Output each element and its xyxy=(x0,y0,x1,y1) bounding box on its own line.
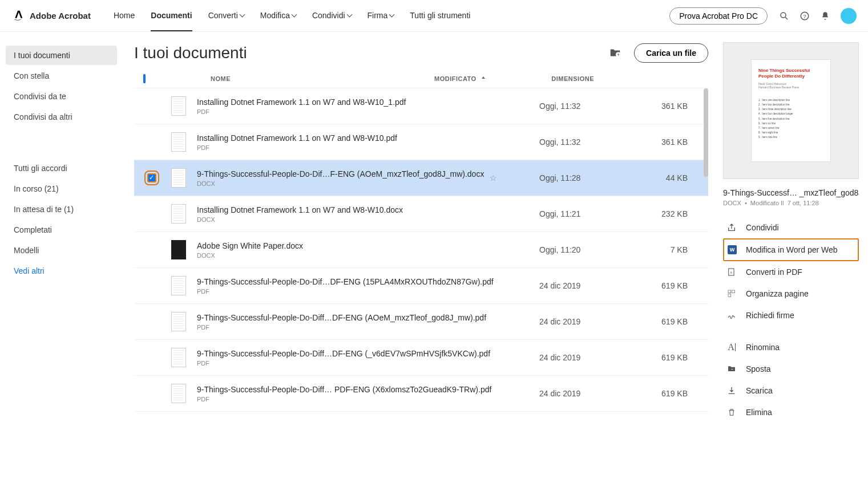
action-delete[interactable]: Elimina xyxy=(723,401,859,423)
notifications-icon[interactable] xyxy=(820,11,830,21)
file-modified: 24 dic 2019 xyxy=(539,353,642,362)
trash-icon xyxy=(726,407,737,417)
action-download[interactable]: Scarica xyxy=(723,380,859,401)
file-modified: 24 dic 2019 xyxy=(539,317,642,326)
file-modified: Oggi, 11:21 xyxy=(539,209,642,218)
sidebar-starred[interactable]: Con stella xyxy=(6,66,117,86)
acrobat-logo-icon xyxy=(11,10,24,22)
file-type: DOCX xyxy=(197,216,403,223)
sidebar-shared-by-you[interactable]: Condivisi da te xyxy=(6,87,117,106)
chevron-down-icon xyxy=(240,11,244,20)
help-icon[interactable]: ? xyxy=(800,11,810,21)
organize-pages-icon xyxy=(726,289,737,299)
file-modified: Oggi, 11:20 xyxy=(539,245,642,254)
word-icon: W xyxy=(728,245,737,254)
svg-text:+: + xyxy=(617,52,620,58)
move-icon xyxy=(726,364,737,374)
file-type: PDF xyxy=(197,324,486,331)
nav-home[interactable]: Home xyxy=(114,0,135,31)
nav-all-tools[interactable]: Tutti gli strumenti xyxy=(410,0,470,31)
table-row[interactable]: 9-Things-Successful-People-Do-Dif…F-ENG … xyxy=(134,160,708,196)
action-convert-pdf[interactable]: A Converti in PDF xyxy=(723,261,859,283)
select-all-indeterminate-checkbox[interactable] xyxy=(143,74,146,83)
file-name: Installing Dotnet Framework 1.1 on W7 an… xyxy=(197,98,406,107)
file-table: Installing Dotnet Framework 1.1 on W7 an… xyxy=(134,88,708,412)
svg-text:?: ? xyxy=(803,13,806,19)
sidebar-your-documents[interactable]: I tuoi documenti xyxy=(6,46,117,65)
details-file-meta: DOCX • Modificato Il 7 ott, 11:28 xyxy=(723,200,859,206)
file-thumbnail xyxy=(171,240,186,259)
download-icon xyxy=(726,385,737,396)
sidebar-shared-by-others[interactable]: Condivisi da altri xyxy=(6,107,117,127)
nav-convert[interactable]: Converti xyxy=(208,0,244,31)
file-thumbnail xyxy=(171,168,186,188)
sidebar-completed[interactable]: Completati xyxy=(6,220,117,240)
file-thumbnail xyxy=(171,132,186,152)
search-icon[interactable] xyxy=(779,11,789,21)
action-edit-in-word[interactable]: W Modifica in Word per Web xyxy=(723,238,859,261)
file-name: 9-Things-Successful-People-Do-Diff…DF-EN… xyxy=(197,313,486,322)
svg-rect-9 xyxy=(732,290,735,293)
nav-documents[interactable]: Documenti xyxy=(151,0,192,31)
chevron-down-icon xyxy=(292,11,296,20)
sidebar-in-progress[interactable]: In corso (21) xyxy=(6,179,117,198)
table-scrollbar[interactable] xyxy=(704,88,708,177)
svg-text:A: A xyxy=(730,271,733,274)
new-folder-upload-icon[interactable]: + xyxy=(609,47,621,59)
table-row[interactable]: Installing Dotnet Framework 1.1 on W7 an… xyxy=(134,88,708,124)
svg-rect-10 xyxy=(728,294,731,297)
action-request-signatures[interactable]: Richiedi firme xyxy=(723,305,859,326)
table-row[interactable]: Installing Dotnet Framework 1.1 on W7 an… xyxy=(134,124,708,160)
file-modified: Oggi, 11:32 xyxy=(539,102,642,111)
action-move[interactable]: Sposta xyxy=(723,358,859,380)
action-rename[interactable]: A Rinomina xyxy=(723,336,859,358)
file-modified: 24 dic 2019 xyxy=(539,389,642,398)
nav-edit[interactable]: Modifica xyxy=(260,0,296,31)
sidebar-see-more[interactable]: Vedi altri xyxy=(6,261,117,281)
share-icon xyxy=(726,222,737,233)
upload-file-button[interactable]: Carica un file xyxy=(634,43,708,63)
nav-share[interactable]: Condividi xyxy=(312,0,352,31)
try-pro-button[interactable]: Prova Acrobat Pro DC xyxy=(669,7,768,25)
file-name: 9-Things-Successful-People-Do-Dif…DF-ENG… xyxy=(197,277,494,286)
column-header-size[interactable]: DIMENSIONE xyxy=(537,75,605,82)
file-size: 619 KB xyxy=(642,389,699,398)
pdf-icon: A xyxy=(726,267,737,277)
signature-icon xyxy=(726,310,737,320)
sidebar-waiting-you[interactable]: In attesa di te (1) xyxy=(6,200,117,219)
row-checkbox-checked[interactable] xyxy=(147,173,156,182)
file-thumbnail xyxy=(171,312,186,331)
file-size: 619 KB xyxy=(642,317,699,326)
sidebar-all-agreements[interactable]: Tutti gli accordi xyxy=(6,159,117,178)
sort-ascending-icon xyxy=(480,75,487,82)
file-type: DOCX xyxy=(197,252,303,259)
table-row[interactable]: 9-Things-Successful-People-Do-Diff…DF-EN… xyxy=(134,340,708,376)
column-header-modified[interactable]: MODIFICATO xyxy=(434,75,537,82)
svg-rect-8 xyxy=(728,290,731,293)
file-modified: Oggi, 11:32 xyxy=(539,137,642,147)
file-thumbnail xyxy=(171,204,186,224)
star-icon[interactable]: ☆ xyxy=(490,173,497,182)
table-row[interactable]: 9-Things-Successful-People-Do-Diff… PDF-… xyxy=(134,376,708,412)
action-organize-pages[interactable]: Organizza pagine xyxy=(723,283,859,305)
nav-sign[interactable]: Firma xyxy=(368,0,394,31)
avatar[interactable] xyxy=(841,8,857,24)
table-row[interactable]: 9-Things-Successful-People-Do-Dif…DF-ENG… xyxy=(134,268,708,304)
table-row[interactable]: Installing Dotnet Framework 1.1 on W7 an… xyxy=(134,196,708,232)
file-modified: 24 dic 2019 xyxy=(539,281,642,290)
sidebar-templates[interactable]: Modelli xyxy=(6,241,117,260)
column-header-name[interactable]: NOME xyxy=(160,75,434,82)
file-name: Installing Dotnet Framework 1.1 on W7 an… xyxy=(197,205,403,214)
table-row[interactable]: Adobe Sign White Paper.docxDOCXOggi, 11:… xyxy=(134,232,708,268)
brand-name: Adobe Acrobat xyxy=(30,11,91,21)
file-size: 44 KB xyxy=(642,173,699,182)
table-row[interactable]: 9-Things-Successful-People-Do-Diff…DF-EN… xyxy=(134,304,708,340)
svg-point-0 xyxy=(781,13,786,18)
file-size: 361 KB xyxy=(642,137,699,147)
app-logo: Adobe Acrobat xyxy=(11,10,91,22)
action-share[interactable]: Condividi xyxy=(723,217,859,238)
chevron-down-icon xyxy=(348,11,352,20)
file-preview[interactable]: Nine Things Successful People Do Differe… xyxy=(723,42,859,179)
file-type: PDF xyxy=(197,360,490,367)
file-size: 361 KB xyxy=(642,102,699,111)
